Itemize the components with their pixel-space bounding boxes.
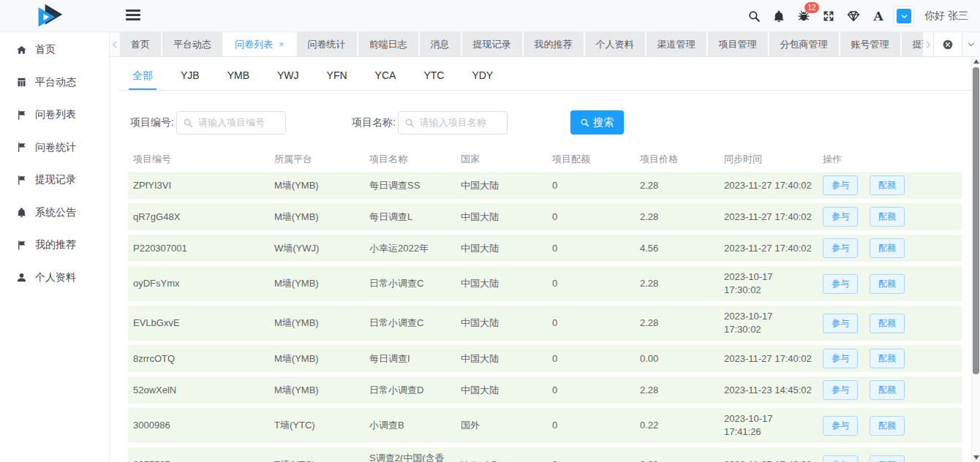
tab-item[interactable]: 我的推荐 × [524,32,584,56]
table-row: oyDFsYmx M墙(YMB) 日常小调查C 中国大陆 0 2.28 2023… [128,266,962,301]
font-size-icon[interactable]: A [866,0,891,32]
quota-button[interactable]: 配额 [870,455,905,462]
gem-icon[interactable] [841,0,866,32]
filter-tab[interactable]: YWJ [274,69,303,90]
quota-button[interactable]: 配额 [870,349,905,368]
flag-icon [16,175,27,186]
bell-icon[interactable] [766,0,791,32]
tab-item[interactable]: 平台动态 × [162,32,222,56]
quota-button[interactable]: 配额 [870,416,905,436]
cell-project-id: 2955507 [128,454,269,462]
scroll-up-icon[interactable] [973,59,979,64]
vertical-scrollbar[interactable] [971,57,980,462]
sidebar-item-profile[interactable]: 个人资料 [0,262,109,295]
filter-tab[interactable]: YTC [420,69,448,90]
tab-item[interactable]: 前端日志 × [358,32,418,56]
sidebar-item-platform-news[interactable]: 平台动态 [0,67,109,99]
tab-item[interactable]: 问卷统计 × [297,32,357,56]
app-logo[interactable] [35,1,64,31]
tab-label: 我的推荐 [535,38,573,51]
tab-label: 问卷统计 [308,38,346,51]
quota-button[interactable]: 配额 [870,207,905,227]
participate-button[interactable]: 参与 [823,455,858,462]
main-area: 首页 × 平台动态 × 问卷列表 × 问卷统计 × [110,32,980,462]
tab-label: 前端日志 [369,38,407,51]
tab-item[interactable]: 首页 × [120,32,161,56]
quota-button[interactable]: 配额 [870,238,905,258]
user-greeting: 你好 张三 [924,10,968,23]
tab-label: 项目管理 [719,38,757,51]
sidebar-item-system-notice[interactable]: 系统公告 [0,197,109,230]
participate-button[interactable]: 参与 [823,238,858,258]
table-row: 2955507 T墙(YTC) S调查2(中国(含香港，台湾)) United … [128,447,962,462]
filter-tab[interactable]: 全部 [129,69,157,90]
tab-item[interactable]: 账号管理 × [840,32,900,56]
tab-item[interactable]: 问卷列表 × [224,32,295,56]
tab-options-dropdown[interactable] [962,32,980,56]
menu-toggle-icon[interactable] [126,10,140,21]
filter-tab[interactable]: YCA [372,69,400,90]
participate-button[interactable]: 参与 [823,416,858,436]
cell-actions: 参与 配额 [818,207,962,227]
quota-button[interactable]: 配额 [870,314,905,333]
header-actions: 12 A 你好 张三 [742,0,973,32]
quota-button[interactable]: 配额 [870,175,905,195]
tab-label: 首页 [131,38,150,51]
user-icon [16,272,27,283]
cell-project-name: 小调查B [364,414,456,436]
table-body: ZPfYI3VI M墙(YMB) 每日调查SS 中国大陆 0 2.28 2023… [128,172,962,462]
filter-tab[interactable]: YMB [224,69,253,90]
language-dropdown[interactable] [894,6,914,26]
table-row: EVLbGxvE M墙(YMB) 日常小调查C 中国大陆 0 2.28 2023… [128,306,962,341]
tab-item[interactable]: 项目管理 × [708,32,768,56]
cell-sync-time: 2023-10-17 17:30:02 [719,306,818,341]
tab-item[interactable]: 提现记录 × [462,32,522,56]
cell-project-name: 每日调查SS [364,175,456,197]
tabs-scroll-right-icon[interactable] [923,32,933,56]
participate-button[interactable]: 参与 [823,349,858,368]
filter-tab[interactable]: YJB [177,69,203,90]
close-all-tabs-button[interactable] [933,32,962,56]
scroll-down-icon[interactable] [973,455,979,460]
participate-button[interactable]: 参与 [823,314,858,333]
cell-project-id: 52owXelN [128,379,269,401]
column-header: 项目价格 [635,153,719,166]
filter-tab[interactable]: YDY [468,69,497,90]
filter-tab[interactable]: YFN [323,69,351,90]
cell-quota: 0 [547,206,635,228]
cell-price: 2.28 [635,312,719,334]
tab-item[interactable]: 分包商管理 × [769,32,839,56]
sidebar-item-home[interactable]: 首页 [0,34,109,67]
bug-icon[interactable]: 12 [791,0,816,32]
search-icon[interactable] [742,0,766,32]
column-header: 项目配额 [547,153,635,166]
sidebar-item-my-referrals[interactable]: 我的推荐 [0,229,109,262]
cell-country: 中国大陆 [456,312,547,334]
quota-button[interactable]: 配额 [870,380,905,400]
tab-item[interactable]: 提现管理 × [902,32,923,56]
cell-price: 2.28 [635,379,719,401]
cell-project-name: 日常小调查D [364,379,456,401]
column-header: 操作 [818,153,962,166]
fullscreen-icon[interactable] [816,0,841,32]
scrollbar-thumb[interactable] [973,67,979,374]
sidebar-item-withdraw-records[interactable]: 提现记录 [0,164,109,197]
cell-platform: M墙(YMB) [269,206,364,228]
filter-tab-label: YWJ [277,69,299,81]
tab-item[interactable]: 个人资料 × [585,32,645,56]
participate-button[interactable]: 参与 [823,380,858,400]
participate-button[interactable]: 参与 [823,175,858,195]
sidebar-item-survey-list[interactable]: 问卷列表 [0,99,109,132]
column-header: 项目名称 [364,153,456,166]
participate-button[interactable]: 参与 [823,207,858,227]
tab-item[interactable]: 渠道管理 × [647,32,706,56]
chevron-down-icon [967,40,976,49]
participate-button[interactable]: 参与 [823,274,858,294]
tab-close-icon[interactable]: × [279,39,284,50]
quota-button[interactable]: 配额 [870,274,905,294]
cell-project-name: S调查2(中国(含香港，台湾)) [364,447,456,462]
tabs-scroll-left-icon[interactable] [110,32,120,56]
tab-item[interactable]: 消息 × [420,32,461,56]
sidebar-item-survey-stats[interactable]: 问卷统计 [0,132,109,164]
search-button[interactable]: 搜索 [570,110,624,135]
